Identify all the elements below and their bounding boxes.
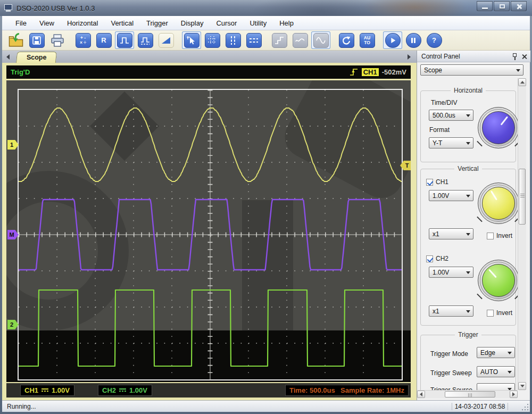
floppy-icon [31,35,42,46]
panel-close-icon[interactable] [521,54,527,60]
square-wave-icon [119,35,130,46]
print-button[interactable] [48,31,67,49]
menu-help[interactable]: Help [273,17,300,29]
ch2-enable-checkbox[interactable]: CH2 [426,255,448,262]
format-dropdown[interactable]: Y-T [429,137,473,148]
menu-display[interactable]: Display [175,17,210,29]
menu-vertical[interactable]: Vertical [105,17,139,29]
ch2-readout: CH2 1.00V [98,385,152,396]
horizontal-cursors-icon [248,35,259,46]
autoset-button[interactable]: AUTO [358,31,377,49]
step-interpolation-button[interactable] [270,31,289,49]
math-button[interactable]: + -× ÷ [73,31,93,49]
ch1-probe-dropdown[interactable]: x1 [429,228,473,239]
panel-content: Horizontal Time/DIV 500.0us Format Y-T V… [417,78,518,390]
run-button[interactable] [383,31,402,49]
cursor-select-button[interactable] [182,31,201,49]
panel-vertical-scrollbar[interactable] [518,78,526,390]
minimize-button[interactable] [477,1,493,11]
trigger-source-label: Trigger Source [430,386,472,390]
waveform-display: 1 M 2 T [6,80,411,382]
graticule [18,89,403,380]
datetime-text: 14-03-2017 08:58 [452,403,508,410]
menu-file[interactable]: File [10,17,32,29]
ramp-button[interactable] [156,31,176,49]
ch2-scale-dropdown[interactable]: 1.00V [429,267,473,278]
horizontal-position-knob[interactable] [478,107,518,148]
vertical-group-title: Vertical [454,165,481,172]
close-button[interactable] [511,1,527,11]
tab-scroll-right-button[interactable] [405,53,413,61]
channel-readout-strip: CH1 1.00V CH2 1.00V Time: 500.0us Sample… [6,383,411,398]
horizontal-cursors-button[interactable] [244,31,263,49]
status-text: Running... [7,403,36,410]
step-icon [274,35,285,46]
pulse-wave-button[interactable] [115,31,134,49]
scope-page: Trig'D CH1 -502mV [2,63,417,400]
ch2-invert-checkbox[interactable]: Invert [487,309,512,317]
scroll-right-button[interactable] [510,391,518,398]
ch1-position-knob[interactable] [478,183,518,224]
toolbar: + -× ÷ R [2,30,530,51]
resize-grip[interactable] [522,404,529,411]
sine-interpolation-button[interactable] [311,31,330,49]
trigger-level-value: -502mV [382,68,406,76]
grid-display-button[interactable] [203,31,222,49]
window-title: DSO-2020 USB Ver 1.0.3 [16,4,95,12]
scroll-down-button[interactable] [518,382,526,390]
menu-view[interactable]: View [34,17,60,29]
help-button[interactable]: ? [425,31,444,49]
scroll-left-button[interactable] [417,391,425,398]
vertical-cursors-button[interactable] [223,31,243,49]
time-div-dropdown[interactable]: 500.0us [429,110,473,121]
ch1-scale-dropdown[interactable]: 1.00V [429,190,473,201]
control-panel-header: Control Panel [417,51,530,62]
trigger-mode-dropdown[interactable]: Edge [477,347,515,358]
pause-button[interactable] [404,31,423,49]
linear-interpolation-button[interactable] [290,31,310,49]
tabstrip: Scope [2,51,417,63]
ch1-enable-checkbox[interactable]: CH1 [426,178,448,186]
refresh-button[interactable] [337,31,356,49]
ch2-probe-dropdown[interactable]: x1 [429,305,473,317]
tab-scroll-left-button[interactable] [4,53,12,61]
ch1-position-marker[interactable]: 1 [7,140,19,150]
trigger-sweep-dropdown[interactable]: AUTO [477,366,515,377]
trigger-sweep-label: Trigger Sweep [430,369,472,377]
menu-cursor[interactable]: Cursor [210,17,243,29]
tab-scope[interactable]: Scope [16,52,57,63]
statusbar: Running... 14-03-2017 08:58 [2,400,530,412]
pulse-width-button[interactable] [136,31,155,49]
play-icon [388,36,397,45]
trigger-status: Trig'D [11,68,30,76]
reference-button[interactable]: R [94,31,113,49]
ch1-invert-checkbox[interactable]: Invert [487,232,512,239]
trigger-mode-label: Trigger Mode [430,350,468,358]
dc-coupling-icon [119,388,126,393]
menu-horizontal[interactable]: Horizontal [61,17,104,29]
dc-coupling-icon [41,388,48,393]
ch2-position-knob[interactable] [478,260,518,301]
panel-horizontal-scrollbar[interactable] [417,390,518,398]
trigger-source-dropdown[interactable] [477,383,515,390]
format-label: Format [429,126,450,134]
maximize-button[interactable] [494,1,510,11]
panel-selector-dropdown[interactable]: Scope [420,64,523,76]
time-div-label: Time/DIV [431,99,458,106]
menu-utility[interactable]: Utility [244,17,272,29]
vertical-scroll-thumb[interactable] [519,169,526,225]
timebase-readout: Time: 500.0us Sample Rate: 1MHz [285,385,409,396]
horizontal-scroll-thumb[interactable] [445,391,495,398]
rising-edge-icon [349,68,359,77]
sine-wave-icon [315,35,326,46]
control-panel: Control Panel Scope Horizontal Time/DIV … [417,51,530,400]
open-file-button[interactable] [6,31,26,49]
open-folder-icon [8,33,24,48]
pin-icon[interactable] [512,53,517,60]
save-button[interactable] [27,31,46,49]
app-icon [4,4,13,12]
titlebar: DSO-2020 USB Ver 1.0.3 [0,0,532,16]
menu-trigger[interactable]: Trigger [140,17,174,29]
scroll-up-button[interactable] [518,78,526,86]
pause-icon [409,36,418,45]
